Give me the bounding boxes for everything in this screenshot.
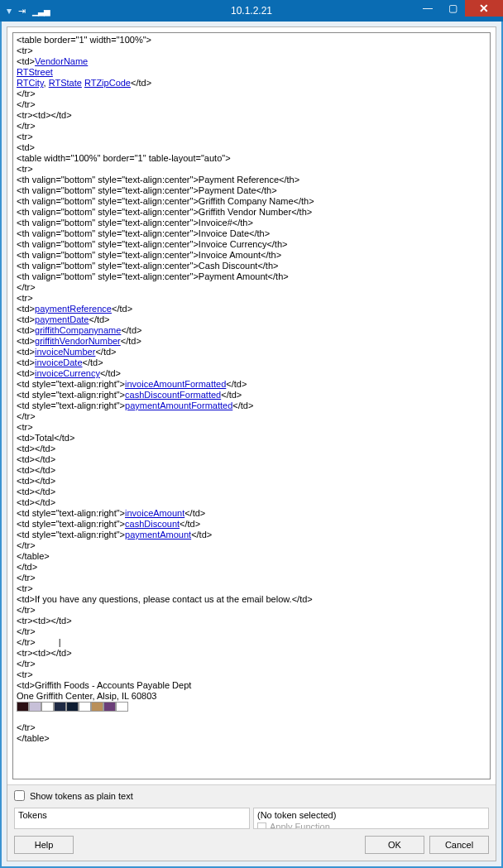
ok-button[interactable]: OK (365, 836, 424, 854)
apply-function-checkbox[interactable] (257, 822, 266, 830)
code-text: <td> (17, 325, 35, 335)
code-line: <table border="1" width="100%"> (17, 35, 151, 45)
code-text: <td> (17, 314, 35, 324)
code-text: <td> (17, 304, 35, 314)
code-line: <tr> (17, 46, 33, 55)
code-line: </table> (17, 551, 50, 561)
show-plain-checkbox[interactable] (14, 790, 25, 801)
code-text: <td> (17, 336, 35, 346)
code-text: <td> (17, 357, 35, 367)
code-line: <tr> (17, 583, 33, 593)
code-line: <td>If you have any questions, please co… (17, 594, 313, 604)
color-swatch[interactable] (103, 702, 116, 712)
show-plain-label: Show tokens as plain text (30, 791, 133, 801)
token-griffithcompanyname[interactable]: griffithCompanyname (35, 325, 121, 335)
code-text: </td> (121, 325, 141, 335)
tokens-panel-title: Tokens (18, 810, 246, 820)
token-cashdiscountformatted[interactable]: cashDiscountFormatted (125, 390, 221, 400)
code-text: </td> (95, 347, 116, 357)
token-invoicedate[interactable]: invoiceDate (35, 357, 82, 367)
show-plain-row: Show tokens as plain text (14, 789, 489, 804)
color-swatch[interactable] (17, 702, 29, 712)
code-text: <td style="text-align:right"> (17, 390, 125, 400)
token-rtzipcode[interactable]: RTZipCode (84, 78, 131, 88)
code-line: <td></td> (17, 497, 55, 507)
code-line: <tr> (17, 164, 33, 174)
tokens-panel[interactable]: Tokens (14, 808, 250, 829)
token-invoiceamountformatted[interactable]: invoiceAmountFormatted (125, 379, 226, 389)
help-button[interactable]: Help (14, 836, 74, 854)
minimize-button[interactable]: — (415, 0, 440, 17)
token-vendorname[interactable]: VendorName (35, 56, 88, 66)
code-line: One Griffith Center, Alsip, IL 60803 (17, 691, 156, 701)
code-line: </td> (17, 562, 37, 572)
color-swatch[interactable] (41, 702, 54, 712)
code-line: <th valign="bottom" style="text-align:ce… (17, 250, 281, 260)
signal-icon: ▁▃▅ (32, 7, 50, 16)
token-detail-panel: (No token selected) Apply Function (253, 808, 489, 829)
code-line: <td> (17, 142, 35, 152)
code-line: <th valign="bottom" style="text-align:ce… (17, 239, 287, 249)
code-line: <tr> (17, 669, 33, 679)
code-line: <th valign="bottom" style="text-align:ce… (17, 218, 253, 228)
code-text: <td style="text-align:right"> (17, 379, 125, 389)
code-line: </tr> (17, 89, 36, 98)
token-paymentamount[interactable]: paymentAmount (125, 530, 191, 540)
code-line: <td></td> (17, 444, 55, 453)
dialog-bottom: Show tokens as plain text Tokens (No tok… (7, 784, 496, 861)
token-rtcity[interactable]: RTCity (17, 78, 44, 88)
code-line: <th valign="bottom" style="text-align:ce… (17, 271, 289, 281)
code-text: </td> (232, 400, 253, 410)
token-griffithvendornumber[interactable]: griffithVendorNumber (35, 336, 121, 346)
token-rtstate[interactable]: RTState (49, 78, 82, 88)
color-swatch[interactable] (116, 702, 128, 712)
window-client: <table border="1" width="100%"> <tr> <td… (0, 22, 503, 868)
dropdown-arrow-icon[interactable]: ▾ (7, 5, 12, 17)
token-paymentdate[interactable]: paymentDate (35, 314, 89, 324)
code-line: </tr> (17, 411, 36, 421)
code-text: </td> (112, 304, 132, 314)
code-line: </tr> (17, 540, 36, 550)
color-swatch[interactable] (66, 702, 79, 712)
code-line: <td>Griffith Foods - Accounts Payable De… (17, 680, 191, 690)
code-text: <td> (17, 56, 35, 66)
code-line: <table width="100%" border="1" table-lay… (17, 153, 231, 163)
code-text: </td> (191, 530, 212, 540)
color-swatch-row (17, 702, 486, 712)
cancel-button[interactable]: Cancel (429, 836, 489, 854)
code-line: <td></td> (17, 476, 55, 486)
code-line: <th valign="bottom" style="text-align:ce… (17, 175, 299, 185)
titlebar-left: ▾ ⇥ ▁▃▅ (0, 5, 50, 17)
text-caret: | (59, 637, 61, 647)
code-text: </td> (100, 368, 121, 378)
color-swatch[interactable] (79, 702, 91, 712)
panels-row: Tokens (No token selected) Apply Functio… (14, 808, 489, 829)
token-invoicenumber[interactable]: invoiceNumber (35, 347, 95, 357)
code-line: </tr> (17, 659, 36, 669)
token-paymentreference[interactable]: paymentReference (35, 304, 112, 314)
template-editor[interactable]: <table border="1" width="100%"> <tr> <td… (12, 32, 491, 779)
pin-icon[interactable]: ⇥ (18, 6, 26, 17)
code-line: <tr> (17, 132, 33, 141)
code-line: </tr> (17, 282, 36, 292)
token-cashdiscount[interactable]: cashDiscount (125, 519, 180, 529)
code-line: <td></td> (17, 487, 55, 496)
token-invoicecurrency[interactable]: invoiceCurrency (35, 368, 100, 378)
token-invoiceamount[interactable]: invoiceAmount (125, 508, 184, 518)
code-line: <th valign="bottom" style="text-align:ce… (17, 196, 314, 206)
color-swatch[interactable] (29, 702, 41, 712)
color-swatch[interactable] (54, 702, 66, 712)
titlebar: ▾ ⇥ ▁▃▅ 10.1.2.21 — ▢ ✕ (0, 0, 503, 22)
code-line: <td></td> (17, 465, 55, 475)
token-paymentamountformatted[interactable]: paymentAmountFormatted (125, 400, 232, 410)
color-swatch[interactable] (91, 702, 103, 712)
token-rtstreet[interactable]: RTStreet (17, 67, 53, 77)
code-text: </td> (131, 78, 151, 88)
apply-function-row: Apply Function (257, 822, 485, 829)
code-line: <tr><td></td> (17, 648, 72, 658)
close-button[interactable]: ✕ (465, 0, 503, 17)
maximize-button[interactable]: ▢ (440, 0, 465, 17)
code-line: <tr><td></td> (17, 110, 72, 120)
code-line: </tr> (17, 605, 36, 615)
code-line: <tr> (17, 293, 33, 303)
